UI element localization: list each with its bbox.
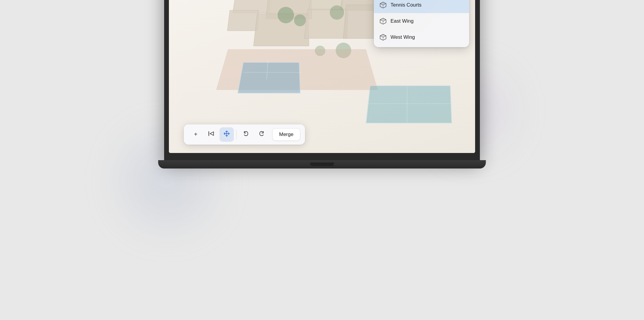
- west-wing-label: West Wing: [391, 34, 415, 40]
- undo-button[interactable]: [239, 127, 253, 142]
- merge-button[interactable]: Merge: [272, 128, 300, 141]
- tree-2: [294, 14, 306, 26]
- cube-icon-west: [379, 33, 387, 41]
- merge-item-list: Tennis Courts: [374, 0, 469, 47]
- undo-icon: [243, 130, 249, 138]
- redo-icon: [258, 130, 265, 138]
- redo-button[interactable]: [254, 127, 269, 142]
- add-button[interactable]: +: [189, 127, 203, 142]
- cube-icon-tennis: [379, 1, 387, 9]
- tennis-line-h: [368, 103, 451, 104]
- east-wing-label: East Wing: [391, 18, 413, 24]
- merge-panel: < Merge 10: [374, 0, 469, 47]
- list-item-west-wing[interactable]: West Wing: [374, 29, 469, 45]
- list-item-tennis-courts[interactable]: Tennis Courts: [374, 0, 469, 13]
- basketball-court: [237, 62, 301, 93]
- move-icon: [223, 130, 230, 138]
- bottom-toolbar: +: [184, 124, 305, 145]
- laptop-base: [158, 160, 486, 168]
- tennis-courts-label: Tennis Courts: [391, 2, 421, 8]
- list-item-east-wing[interactable]: East Wing: [374, 13, 469, 29]
- first-button[interactable]: [204, 127, 218, 142]
- laptop-body: < Merge 10: [164, 0, 480, 160]
- screen-content: < Merge 10: [169, 0, 475, 153]
- tennis-court-right: [366, 85, 452, 123]
- tree-3: [330, 5, 344, 20]
- tree-1: [278, 7, 294, 23]
- laptop-screen: < Merge 10: [169, 0, 475, 153]
- add-icon: +: [194, 131, 197, 138]
- laptop-notch: [310, 163, 334, 166]
- court-line-h: [243, 72, 301, 72]
- cube-icon-east: [379, 17, 387, 25]
- toolbar-divider-1: [236, 130, 237, 139]
- first-icon: [208, 130, 214, 138]
- move-button[interactable]: [220, 127, 234, 142]
- tennis-line-v: [407, 86, 407, 122]
- building-k: [227, 10, 259, 31]
